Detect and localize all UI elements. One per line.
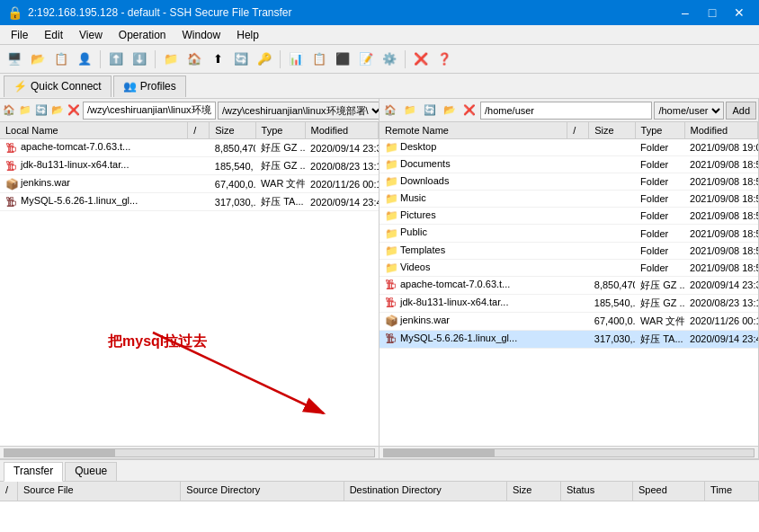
left-up-btn[interactable]: 📁 bbox=[18, 102, 32, 120]
right-col-slash[interactable]: / bbox=[567, 122, 589, 139]
toolbar-home[interactable]: 🏠 bbox=[183, 49, 205, 70]
table-row[interactable]: 📁Public Folder 2021/09/08 18:5... bbox=[380, 225, 758, 242]
left-refresh-btn[interactable]: 🔄 bbox=[34, 102, 49, 120]
table-row[interactable]: 📁Desktop Folder 2021/09/08 19:0... bbox=[380, 139, 758, 156]
quick-connect-btn[interactable]: ⚡ Quick Connect bbox=[4, 75, 112, 97]
right-up-btn[interactable]: 📁 bbox=[401, 102, 419, 120]
war-icon: 📦 bbox=[5, 178, 18, 191]
menu-window[interactable]: Window bbox=[175, 27, 228, 43]
toolbar-local-folder[interactable]: 📁 bbox=[160, 49, 182, 70]
cell-size bbox=[589, 259, 635, 276]
cell-type: Folder bbox=[635, 191, 684, 208]
table-row[interactable]: 🗜MySQL-5.6.26-1.linux_gl... 317,030,... … bbox=[0, 193, 379, 211]
toolbar-btn-a[interactable]: 📊 bbox=[285, 49, 307, 70]
toolbar-down[interactable]: ⬇️ bbox=[129, 49, 150, 70]
table-row[interactable]: 📦jenkins.war 67,400,0... WAR 文件 2020/11/… bbox=[380, 312, 758, 330]
minimize-button[interactable]: – bbox=[673, 3, 698, 22]
table-row[interactable]: 🗜apache-tomcat-7.0.63.t... 8,850,470 好压 … bbox=[0, 139, 379, 157]
cell-type: Folder bbox=[635, 173, 684, 191]
table-row[interactable]: 📁Music Folder 2021/09/08 18:5... bbox=[380, 191, 758, 208]
toolbar-open[interactable]: 📂 bbox=[27, 49, 49, 70]
cell-modified: 2021/09/08 18:5... bbox=[684, 173, 757, 191]
left-col-modified[interactable]: Modified bbox=[305, 122, 378, 139]
cell-modified: 2020/09/14 23:3... bbox=[305, 139, 378, 157]
toolbar-refresh[interactable]: 🔄 bbox=[230, 49, 252, 70]
profiles-label: Profiles bbox=[140, 80, 176, 93]
right-add-btn[interactable]: Add bbox=[726, 102, 756, 120]
right-col-modified[interactable]: Modified bbox=[684, 122, 757, 139]
table-row[interactable]: 🗜apache-tomcat-7.0.63.t... 8,850,470 好压 … bbox=[380, 276, 758, 294]
cell-slash bbox=[188, 139, 210, 157]
left-col-slash[interactable]: / bbox=[188, 122, 210, 139]
menu-operation[interactable]: Operation bbox=[112, 27, 174, 43]
toolbar-cancel[interactable]: ❌ bbox=[410, 49, 432, 70]
left-path-input[interactable] bbox=[83, 102, 216, 120]
left-col-type[interactable]: Type bbox=[255, 122, 305, 139]
zip-icon: 🗜 bbox=[385, 297, 397, 309]
left-new-folder-btn[interactable]: 📂 bbox=[50, 102, 65, 120]
left-pane: 🏠 📁 🔄 📂 ❌ /wzy\ceshiruanjian\linux环境部署\ … bbox=[0, 99, 380, 458]
menu-view[interactable]: View bbox=[72, 27, 110, 43]
cell-size bbox=[589, 173, 635, 191]
right-path-input[interactable] bbox=[480, 102, 652, 120]
left-hscroll[interactable] bbox=[0, 446, 379, 458]
cell-modified: 2021/09/08 18:5... bbox=[684, 156, 757, 173]
right-home-btn[interactable]: 🏠 bbox=[381, 102, 399, 120]
left-delete-btn[interactable]: ❌ bbox=[67, 102, 81, 120]
left-path-dropdown[interactable]: /wzy\ceshiruanjian\linux环境部署\ bbox=[218, 102, 380, 120]
right-delete-btn[interactable]: ❌ bbox=[460, 102, 478, 120]
toolbar-btn-b[interactable]: 📋 bbox=[308, 49, 330, 70]
right-path-dropdown[interactable]: /home/user bbox=[654, 102, 724, 120]
right-col-name[interactable]: Remote Name bbox=[380, 122, 567, 139]
table-row[interactable]: 🗜jdk-8u131-linux-x64.tar... 185,540, 好压 … bbox=[0, 157, 379, 175]
right-new-folder-btn[interactable]: 📂 bbox=[441, 102, 459, 120]
tab-transfer[interactable]: Transfer bbox=[4, 462, 63, 482]
toolbar-btn-c[interactable]: ⬛ bbox=[332, 49, 353, 70]
left-home-btn[interactable]: 🏠 bbox=[2, 102, 16, 120]
close-button[interactable]: ✕ bbox=[727, 3, 752, 22]
menu-edit[interactable]: Edit bbox=[37, 27, 70, 43]
toolbar-new-connection[interactable]: 🖥️ bbox=[4, 49, 25, 70]
cell-size bbox=[589, 139, 635, 156]
toolbar-btn-e[interactable]: ⚙️ bbox=[379, 49, 400, 70]
table-row[interactable]: 📁Videos Folder 2021/09/08 18:5... bbox=[380, 259, 758, 276]
menu-file[interactable]: File bbox=[4, 27, 35, 43]
title-bar-left: 🔒 2:192.168.195.128 - default - SSH Secu… bbox=[7, 5, 292, 20]
toolbar-up[interactable]: ⬆️ bbox=[105, 49, 127, 70]
right-refresh-btn[interactable]: 🔄 bbox=[421, 102, 439, 120]
table-row[interactable]: 📁Pictures Folder 2021/09/08 18:5... bbox=[380, 208, 758, 225]
table-row[interactable]: 🗜jdk-8u131-linux-x64.tar... 185,540,... … bbox=[380, 294, 758, 312]
table-row[interactable]: 🗜MySQL-5.6.26-1.linux_gl... 317,030,... … bbox=[380, 330, 758, 348]
toolbar-keys[interactable]: 🔑 bbox=[254, 49, 275, 70]
right-hscroll-track bbox=[383, 448, 755, 457]
toolbar-copy[interactable]: 📋 bbox=[50, 49, 72, 70]
menu-help[interactable]: Help bbox=[229, 27, 266, 43]
cell-modified: 2020/11/26 00:1... bbox=[305, 175, 378, 193]
folder-icon: 📁 bbox=[385, 158, 397, 171]
table-row[interactable]: 📁Templates Folder 2021/09/08 18:5... bbox=[380, 242, 758, 259]
cell-name: 📁Documents bbox=[380, 156, 567, 173]
quick-connect-label: Quick Connect bbox=[31, 80, 102, 93]
left-col-name[interactable]: Local Name bbox=[0, 122, 188, 139]
right-file-table[interactable]: Remote Name / Size Type Modified 📁Deskto… bbox=[380, 122, 758, 446]
right-col-type[interactable]: Type bbox=[635, 122, 684, 139]
left-col-size[interactable]: Size bbox=[210, 122, 255, 139]
toolbar-sep1 bbox=[100, 50, 101, 68]
toolbar-up2[interactable]: ⬆ bbox=[207, 49, 228, 70]
toolbar-profile[interactable]: 👤 bbox=[74, 49, 95, 70]
cell-modified: 2020/11/26 00:1... bbox=[684, 312, 757, 330]
table-row[interactable]: 📁Downloads Folder 2021/09/08 18:5... bbox=[380, 173, 758, 191]
profiles-btn[interactable]: 👥 Profiles bbox=[113, 75, 186, 97]
cell-name: 📁Pictures bbox=[380, 208, 567, 225]
table-row[interactable]: 📦jenkins.war 67,400,0... WAR 文件 2020/11/… bbox=[0, 175, 379, 193]
right-hscroll[interactable] bbox=[380, 446, 758, 458]
toolbar-help[interactable]: ❓ bbox=[433, 49, 455, 70]
table-row[interactable]: 📁Documents Folder 2021/09/08 18:5... bbox=[380, 156, 758, 173]
toolbar-btn-d[interactable]: 📝 bbox=[355, 49, 377, 70]
maximize-button[interactable]: □ bbox=[700, 3, 725, 22]
right-col-size[interactable]: Size bbox=[589, 122, 635, 139]
left-file-table[interactable]: Local Name / Size Type Modified 🗜apache-… bbox=[0, 122, 379, 446]
cell-name: 🗜jdk-8u131-linux-x64.tar... bbox=[0, 157, 188, 175]
tab-queue[interactable]: Queue bbox=[65, 462, 117, 481]
folder-icon: 📁 bbox=[385, 209, 397, 222]
